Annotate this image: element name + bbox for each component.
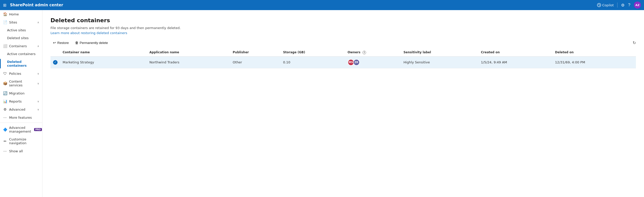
sidebar-item-more-features[interactable]: ⋯ More features — [0, 113, 42, 121]
toolbar-right: ↻ — [633, 40, 636, 45]
containers-table: Container name Application name Publishe… — [50, 48, 636, 68]
row-sensitivity-label: Highly Sensitive — [401, 56, 478, 68]
sidebar-item-containers[interactable]: ⬜ Containers ∧ — [0, 42, 42, 50]
policies-chevron-icon: ∨ — [37, 72, 39, 75]
sidebar-label-home: Home — [9, 12, 39, 16]
sites-icon: 📄 — [3, 20, 7, 24]
owners-cell: MSZR — [348, 59, 399, 66]
sidebar-item-reports[interactable]: 📊 Reports ∨ — [0, 97, 42, 105]
sidebar-label-policies: Policies — [9, 72, 35, 76]
reports-icon: 📊 — [3, 99, 7, 103]
restore-icon: ↩ — [53, 41, 56, 45]
sidebar-item-show-all[interactable]: ⋯ Show all — [0, 147, 42, 155]
permanently-delete-label: Permanently delete — [80, 41, 108, 45]
sidebar-label-active-sites: Active sites — [7, 28, 39, 32]
row-application-name: Northwind Traders — [147, 56, 230, 68]
col-publisher[interactable]: Publisher — [230, 48, 280, 56]
settings-button[interactable]: ⚙ — [621, 3, 625, 8]
sidebar-item-deleted-containers[interactable]: Deleted containers — [0, 58, 42, 69]
sidebar-item-home[interactable]: 🏠 Home — [0, 10, 42, 18]
row-select-cell[interactable]: ✓ — [50, 56, 60, 68]
row-publisher: Other — [230, 56, 280, 68]
svg-point-0 — [597, 3, 601, 7]
main-content: Deleted containers File storage containe… — [42, 10, 644, 197]
topbar-right: Copilot ⚙ ? AZ — [597, 2, 641, 9]
refresh-button[interactable]: ↻ — [633, 40, 636, 45]
permanently-delete-button[interactable]: 🗑 Permanently delete — [72, 39, 111, 46]
sidebar: 🏠 Home 📄 Sites ∧ Active sites Deleted si… — [0, 10, 42, 197]
sidebar-item-active-sites[interactable]: Active sites — [0, 26, 42, 34]
copilot-button[interactable]: Copilot — [597, 3, 614, 7]
row-checked-icon: ✓ — [53, 60, 58, 65]
containers-icon: ⬜ — [3, 44, 7, 48]
sidebar-label-advanced: Advanced — [9, 108, 35, 111]
sidebar-item-advanced[interactable]: ⚙ Advanced ∨ — [0, 105, 42, 113]
policies-icon: 🛡 — [3, 71, 7, 76]
content-services-chevron-icon: ∨ — [37, 82, 39, 85]
sites-chevron-icon: ∧ — [37, 21, 39, 24]
col-owners[interactable]: Owners i — [345, 48, 401, 56]
row-created-on: 1/5/24, 9:49 AM — [478, 56, 553, 68]
row-container-name: Marketing Strategy — [60, 56, 147, 68]
topbar-divider — [617, 3, 617, 8]
col-created-on[interactable]: Created on — [478, 48, 553, 56]
learn-more-link[interactable]: Learn more about restoring deleted conta… — [50, 31, 127, 35]
home-icon: 🏠 — [3, 12, 7, 16]
row-storage: 0.10 — [280, 56, 345, 68]
containers-chevron-icon: ∧ — [37, 45, 39, 47]
user-avatar[interactable]: AZ — [634, 2, 641, 9]
table-row[interactable]: ✓Marketing StrategyNorthwind TradersOthe… — [50, 56, 636, 68]
col-sensitivity-label-label: Sensitivity label — [403, 51, 431, 54]
page-title: Deleted containers — [50, 17, 636, 23]
sidebar-item-active-containers[interactable]: Active containers — [0, 50, 42, 58]
reports-chevron-icon: ∨ — [37, 100, 39, 103]
sidebar-label-migration: Migration — [9, 91, 39, 95]
sidebar-label-customize-navigation: Customize navigation — [9, 137, 39, 145]
sidebar-label-content-services: Content services — [9, 80, 35, 87]
grid-icon[interactable]: ⊞ — [3, 3, 6, 8]
sidebar-item-migration[interactable]: 🔄 Migration — [0, 89, 42, 97]
col-owners-label: Owners — [348, 51, 360, 54]
row-owners: MSZR — [345, 56, 401, 68]
copilot-label: Copilot — [602, 3, 614, 7]
col-application-name[interactable]: Application name — [147, 48, 230, 56]
table-header: Container name Application name Publishe… — [50, 48, 636, 56]
migration-icon: 🔄 — [3, 91, 7, 95]
sidebar-label-sites: Sites — [9, 20, 35, 24]
sidebar-item-sites[interactable]: 📄 Sites ∧ — [0, 18, 42, 26]
content-services-icon: 📦 — [3, 81, 7, 85]
app-title: SharePoint admin center — [10, 3, 594, 7]
pro-badge: PRO — [34, 128, 42, 131]
sidebar-label-active-containers: Active containers — [7, 52, 39, 56]
col-select — [50, 48, 60, 56]
sidebar-label-deleted-sites: Deleted sites — [7, 36, 39, 40]
col-container-name[interactable]: Container name — [60, 48, 147, 56]
col-deleted-on[interactable]: Deleted on — [553, 48, 636, 56]
page-description: File storage containers are retained for… — [50, 26, 636, 30]
sidebar-item-advanced-management[interactable]: 🔷 Advanced management PRO — [0, 124, 42, 135]
sidebar-item-customize-navigation[interactable]: ✏ Customize navigation — [0, 135, 42, 147]
permanently-delete-icon: 🗑 — [75, 41, 79, 45]
sidebar-item-policies[interactable]: 🛡 Policies ∨ — [0, 69, 42, 78]
toolbar: ↩ Restore 🗑 Permanently delete ↻ — [50, 39, 636, 46]
col-container-name-label: Container name — [63, 51, 90, 54]
topbar: ⊞ SharePoint admin center Copilot ⚙ ? AZ — [0, 0, 644, 10]
table-body: ✓Marketing StrategyNorthwind TradersOthe… — [50, 56, 636, 68]
owners-info-icon[interactable]: i — [363, 51, 366, 54]
advanced-icon: ⚙ — [3, 107, 7, 111]
sidebar-divider — [0, 122, 42, 123]
sidebar-item-deleted-sites[interactable]: Deleted sites — [0, 34, 42, 42]
restore-button[interactable]: ↩ Restore — [50, 39, 71, 46]
sidebar-item-content-services[interactable]: 📦 Content services ∨ — [0, 78, 42, 89]
help-button[interactable]: ? — [628, 3, 630, 7]
col-publisher-label: Publisher — [233, 51, 249, 54]
col-sensitivity-label[interactable]: Sensitivity label — [401, 48, 478, 56]
show-all-icon: ⋯ — [3, 149, 7, 153]
sidebar-label-show-all: Show all — [9, 149, 39, 153]
sidebar-label-more-features: More features — [9, 116, 39, 119]
owner-avatar: ZR — [353, 59, 360, 66]
restore-label: Restore — [57, 41, 69, 45]
col-storage-label: Storage (GB) — [283, 51, 305, 54]
layout: 🏠 Home 📄 Sites ∧ Active sites Deleted si… — [0, 10, 644, 197]
col-storage[interactable]: Storage (GB) — [280, 48, 345, 56]
